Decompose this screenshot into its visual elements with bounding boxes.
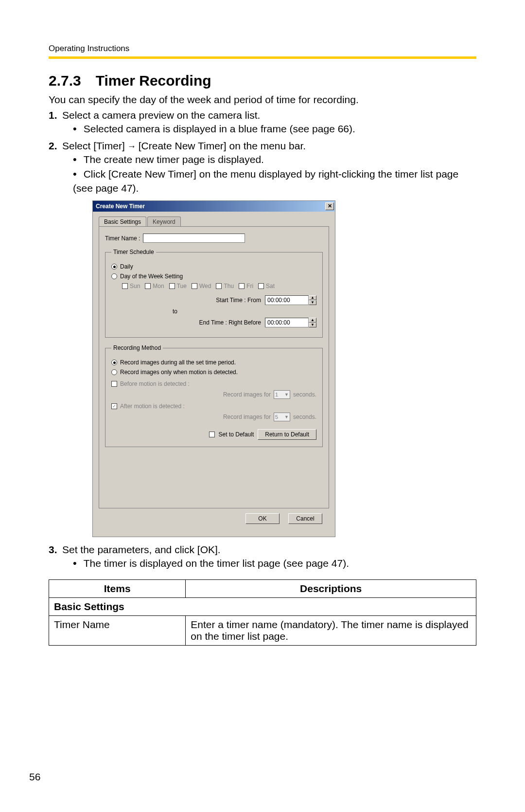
cancel-button[interactable]: Cancel [288,513,322,524]
table-row: Timer Name Enter a timer name (mandatory… [49,615,476,645]
radio-daily-label: Daily [120,263,133,270]
page-number: 56 [29,771,40,783]
after-motion-label: After motion is detected : [120,403,185,410]
step-text: Select a camera preview on the camera li… [62,109,260,121]
dialog-title: Create New Timer [96,203,145,210]
end-time-label: End Time : Right Before [199,319,261,326]
radio-daily[interactable] [111,264,117,270]
recording-method-group: Recording Method Record images during al… [105,344,323,447]
col-descriptions: Descriptions [186,579,476,597]
start-time-label: Start Time : From [216,297,261,304]
spin-down-icon[interactable]: ▼ [309,300,316,305]
radio-dow-label: Day of the Week Setting [120,273,183,280]
chevron-down-icon: ▼ [284,392,289,397]
ok-button[interactable]: OK [245,513,280,524]
step-2-sub-2: Click [Create New Timer] on the menu dis… [73,167,476,195]
start-time-input[interactable]: 00:00:00 ▲▼ [265,295,316,305]
cell-item: Timer Name [49,615,186,645]
tab-basic-settings[interactable]: Basic Settings [99,217,146,227]
section-title: Timer Recording [96,72,211,89]
after-seconds-select[interactable]: 5▼ [274,413,290,421]
step-2-sub-1: The create new timer page is displayed. [73,153,476,167]
days-row: Sun Mon Tue Wed Thu Fri Sat [122,283,316,289]
set-default-label: Set to Default [219,431,254,438]
step-1: 1.Select a camera preview on the camera … [49,109,476,136]
step-1-sub-1: Selected camera is displayed in a blue f… [73,122,476,136]
step-text-pre: Select [Timer] [62,140,125,151]
step-3-sub-1: The timer is displayed on the timer list… [73,557,476,571]
section-heading: 2.7.3Timer Recording [49,72,476,89]
chk-tue[interactable] [169,283,175,289]
close-icon[interactable]: ✕ [325,202,334,210]
spin-up-icon[interactable]: ▲ [309,318,316,323]
schedule-legend: Timer Schedule [111,249,156,255]
chk-thu[interactable] [216,283,222,289]
intro-text: You can specify the day of the week and … [49,94,476,106]
arrow-icon: → [125,142,139,151]
step-number: 2. [49,140,62,152]
chk-wed[interactable] [192,283,197,289]
before-seconds-select[interactable]: 1▼ [274,390,290,399]
to-label: to [111,308,239,315]
spin-up-icon[interactable]: ▲ [309,295,316,300]
method-legend: Recording Method [111,344,163,351]
before-motion-label: Before motion is detected : [120,380,190,387]
return-default-button[interactable]: Return to Default [258,429,316,440]
chevron-down-icon: ▼ [284,415,289,419]
col-items: Items [49,579,186,597]
dialog-titlebar: Create New Timer ✕ [93,201,335,212]
section-number: 2.7.3 [49,72,81,89]
header-rule [49,56,476,59]
radio-record-all[interactable] [111,360,117,365]
cell-desc: Enter a timer name (mandatory). The time… [186,615,476,645]
chk-fri[interactable] [239,283,245,289]
description-table: Items Descriptions Basic Settings Timer … [49,579,476,646]
chk-sat[interactable] [258,283,264,289]
radio-dow[interactable] [111,273,117,279]
table-subhead: Basic Settings [49,597,476,615]
timer-schedule-group: Timer Schedule Daily Day of the Week Set… [105,249,323,338]
step-number: 1. [49,109,62,121]
radio-record-motion[interactable] [111,369,117,375]
step-text: Set the parameters, and click [OK]. [62,544,221,555]
running-header: Operating Instructions [49,44,476,54]
radio-record-all-label: Record images during all the set time pe… [120,359,236,366]
chk-after-motion[interactable]: ✓ [111,403,117,409]
step-text-post: [Create New Timer] on the menu bar. [139,140,306,151]
chk-before-motion[interactable] [111,381,117,387]
timer-name-label: Timer Name : [105,235,140,242]
step-3: 3.Set the parameters, and click [OK]. Th… [49,544,476,571]
step-number: 3. [49,544,62,556]
end-time-input[interactable]: 00:00:00 ▲▼ [265,318,316,327]
step-2: 2.Select [Timer] → [Create New Timer] on… [49,140,476,537]
chk-set-default[interactable] [209,432,215,437]
chk-mon[interactable] [145,283,151,289]
timer-name-input[interactable] [143,234,245,243]
tab-keyword[interactable]: Keyword [147,217,181,227]
spin-down-icon[interactable]: ▼ [309,323,316,327]
radio-record-motion-label: Record images only when motion is detect… [120,369,238,376]
create-timer-dialog: Create New Timer ✕ Basic Settings Keywor… [92,200,335,537]
steps-list: 1.Select a camera preview on the camera … [49,109,476,571]
chk-sun[interactable] [122,283,128,289]
